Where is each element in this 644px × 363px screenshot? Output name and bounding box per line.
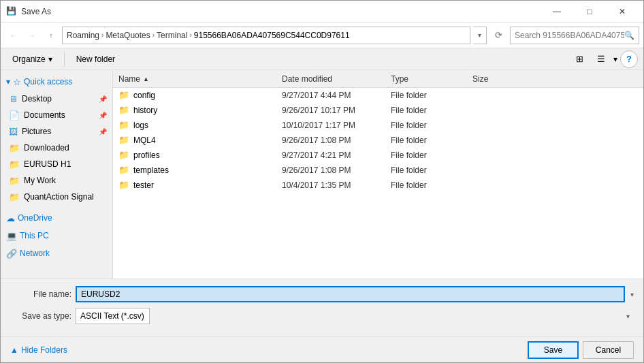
close-button[interactable]: ✕ — [607, 1, 638, 22]
computer-icon: 💻 — [6, 231, 17, 241]
save-button[interactable]: Save — [528, 341, 579, 359]
bottom-panel: File name: ▾ Save as type: ASCII Text (*… — [1, 279, 643, 336]
column-size-label: Size — [472, 74, 488, 84]
folder-icon: 📁 — [118, 135, 129, 145]
mywork-icon: 📁 — [9, 176, 20, 186]
forward-button[interactable]: → — [24, 27, 40, 44]
refresh-button[interactable]: ⟳ — [489, 27, 507, 44]
back-button[interactable]: ← — [5, 27, 21, 44]
hide-folders-button[interactable]: ▲ Hide Folders — [10, 345, 67, 355]
chevron-up-icon: ▲ — [10, 345, 18, 355]
toolbar: Organize ▾ New folder ⊞ ☰ ▾ ? — [1, 48, 643, 70]
address-bar: ← → ↑ Roaming › MetaQuotes › Terminal › … — [1, 22, 643, 48]
file-row-templates[interactable]: 📁templates 9/26/2017 1:08 PM File folder — [113, 163, 643, 178]
folder-icon: 📁 — [118, 120, 129, 130]
new-folder-label: New folder — [76, 54, 115, 64]
sidebar-item-downloaded-label: Downloaded — [24, 143, 69, 153]
quantaction-icon: 📁 — [9, 192, 20, 202]
file-row-config[interactable]: 📁config 9/27/2017 4:44 PM File folder — [113, 88, 643, 103]
file-name-label: config — [133, 91, 155, 100]
file-type: File folder — [391, 180, 472, 190]
network-header[interactable]: 🔗 Network — [1, 244, 112, 262]
downloaded-icon: 📁 — [9, 143, 20, 153]
eurusd-icon: 📁 — [9, 159, 20, 170]
file-date: 10/10/2017 1:17 PM — [282, 121, 391, 130]
file-date: 9/27/2017 4:44 PM — [282, 91, 391, 100]
sidebar: ▾ ☆ Quick access 🖥 Desktop 📌 📄 Documents… — [1, 70, 113, 279]
sort-icon: ▲ — [143, 76, 149, 82]
title-bar: 💾 Save As — □ ✕ — [1, 1, 643, 22]
organize-button[interactable]: Organize ▾ — [6, 51, 59, 67]
maximize-button[interactable]: □ — [574, 1, 605, 22]
file-name-label: templates — [133, 165, 169, 175]
file-row-logs[interactable]: 📁logs 10/10/2017 1:17 PM File folder — [113, 118, 643, 133]
chevron-down-icon: ▾ — [6, 77, 10, 86]
column-size[interactable]: Size — [472, 74, 638, 84]
column-type[interactable]: Type — [391, 74, 472, 84]
cancel-button[interactable]: Cancel — [583, 341, 634, 359]
sidebar-item-downloaded[interactable]: 📁 Downloaded — [1, 140, 112, 156]
file-date: 9/26/2017 10:17 PM — [282, 106, 391, 115]
help-button[interactable]: ? — [620, 50, 638, 68]
up-button[interactable]: ↑ — [43, 27, 59, 44]
breadcrumb-label: Roaming — [67, 31, 99, 40]
file-type: File folder — [391, 151, 472, 160]
sidebar-item-eurusd[interactable]: 📁 EURUSD H1 — [1, 156, 112, 172]
save-as-dialog: 💾 Save As — □ ✕ ← → ↑ Roaming › MetaQuot… — [0, 0, 644, 363]
sidebar-item-pictures[interactable]: 🖼 Pictures 📌 — [1, 123, 112, 140]
organize-chevron-icon: ▾ — [48, 54, 52, 64]
breadcrumb-bar[interactable]: Roaming › MetaQuotes › Terminal › 915566… — [62, 27, 470, 44]
breadcrumb-dropdown[interactable]: ▾ — [473, 27, 487, 44]
column-date-label: Date modified — [282, 74, 332, 84]
file-area: Name ▲ Date modified Type Size 📁config 9… — [113, 70, 643, 279]
column-name[interactable]: Name ▲ — [118, 74, 282, 84]
breadcrumb-terminal: Terminal › — [157, 31, 194, 40]
sidebar-item-quantaction[interactable]: 📁 QuantAction Signal — [1, 189, 112, 205]
file-date: 9/27/2017 4:21 PM — [282, 151, 391, 160]
view-button[interactable]: ⊞ — [570, 51, 589, 67]
file-row-tester[interactable]: 📁tester 10/4/2017 1:35 PM File folder — [113, 178, 643, 193]
file-type: File folder — [391, 136, 472, 145]
sidebar-item-pictures-label: Pictures — [22, 127, 51, 136]
view-chevron-icon: ▾ — [613, 54, 617, 64]
breadcrumb-label: Terminal — [157, 31, 187, 40]
window-title: Save As — [21, 7, 541, 16]
window-controls: — □ ✕ — [541, 1, 638, 22]
sidebar-item-desktop[interactable]: 🖥 Desktop 📌 — [1, 91, 112, 107]
onedrive-icon: ☁ — [6, 213, 15, 223]
folder-icon: 📁 — [118, 180, 129, 190]
onedrive-header[interactable]: ☁ OneDrive — [1, 209, 112, 227]
view-details-button[interactable]: ☰ — [592, 51, 611, 67]
main-area: ▾ ☆ Quick access 🖥 Desktop 📌 📄 Documents… — [1, 70, 643, 279]
column-date[interactable]: Date modified — [282, 74, 391, 84]
file-date: 10/4/2017 1:35 PM — [282, 180, 391, 190]
sidebar-item-desktop-label: Desktop — [22, 94, 52, 104]
network-label: Network — [20, 249, 50, 258]
quick-access-star-icon: ☆ — [13, 77, 21, 87]
filename-input[interactable] — [76, 286, 625, 302]
sidebar-item-mywork[interactable]: 📁 My Work — [1, 172, 112, 189]
file-type: File folder — [391, 106, 472, 115]
thispc-header[interactable]: 💻 This PC — [1, 227, 112, 244]
column-name-label: Name — [118, 74, 140, 84]
sidebar-item-documents[interactable]: 📄 Documents 📌 — [1, 107, 112, 123]
new-folder-button[interactable]: New folder — [70, 51, 121, 67]
file-name-label: tester — [133, 180, 154, 190]
pin-icon: 📌 — [99, 95, 107, 103]
file-row-mql4[interactable]: 📁MQL4 9/26/2017 1:08 PM File folder — [113, 133, 643, 148]
pictures-icon: 🖼 — [9, 127, 18, 137]
file-type: File folder — [391, 91, 472, 100]
search-input[interactable] — [515, 31, 624, 40]
minimize-button[interactable]: — — [541, 1, 573, 22]
quick-access-header[interactable]: ▾ ☆ Quick access — [1, 73, 112, 91]
file-name-label: profiles — [133, 151, 160, 160]
documents-icon: 📄 — [9, 110, 20, 121]
file-row-history[interactable]: 📁history 9/26/2017 10:17 PM File folder — [113, 103, 643, 118]
organize-label: Organize — [12, 54, 46, 64]
filetype-select[interactable]: ASCII Text (*.csv)CSV (*.csv)All Files (… — [76, 308, 150, 324]
window-icon: 💾 — [6, 6, 17, 17]
search-box[interactable]: 🔍 — [510, 27, 639, 44]
filetype-row: Save as type: ASCII Text (*.csv)CSV (*.c… — [10, 308, 634, 324]
file-name-label: MQL4 — [133, 136, 156, 145]
file-row-profiles[interactable]: 📁profiles 9/27/2017 4:21 PM File folder — [113, 148, 643, 163]
